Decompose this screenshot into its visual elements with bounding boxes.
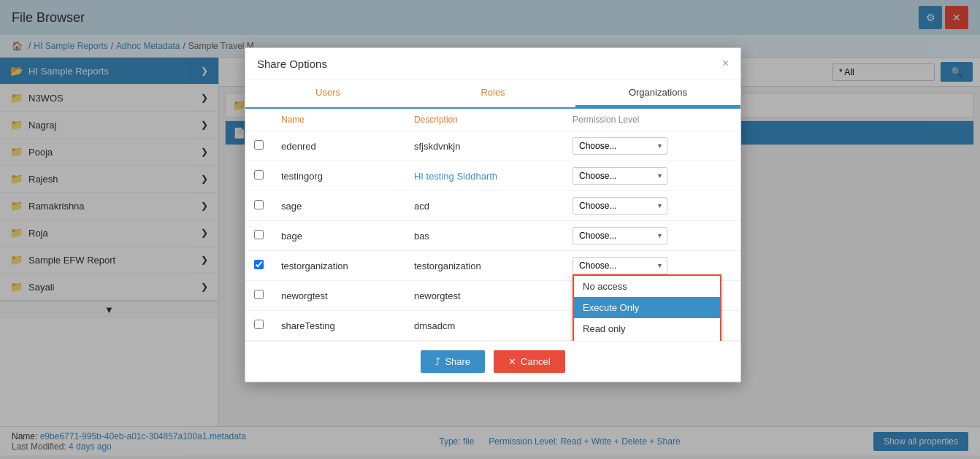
col-checkbox [245,109,272,131]
org-name: testorganization [272,251,405,281]
permission-dropdown-open: Choose... No access Execute Only Read on… [573,257,732,274]
permission-select-wrapper: Choose... No access Execute Only Read on… [573,197,667,215]
permission-select-wrapper: Choose... No access Execute Only Read on… [573,257,667,274]
row-checkbox[interactable] [254,170,264,180]
dropdown-option-no-access[interactable]: No access [574,276,720,297]
org-name: shareTesting [272,311,405,341]
col-permission: Permission Level [564,109,740,131]
dropdown-option-read-write[interactable]: Read + Write [574,339,720,341]
permission-select-testorg[interactable]: Choose... No access Execute Only Read on… [573,257,667,274]
share-button[interactable]: ⤴ Share [421,350,485,373]
organizations-table: Name Description Permission Level edenre… [245,109,740,341]
permission-select[interactable]: Choose... No access Execute Only Read on… [573,227,667,244]
dropdown-option-read-only[interactable]: Read only [574,318,720,339]
table-row-testorganization: testorganization testorganization Choose… [245,251,740,281]
org-name: neworgtest [272,281,405,311]
tab-roles[interactable]: Roles [410,80,575,107]
organizations-table-wrap: Name Description Permission Level edenre… [245,109,740,341]
permission-dropdown-menu: No access Execute Only Read only Read + … [573,274,721,341]
modal-header: Share Options × [245,48,740,80]
table-row: edenred sfjskdvnkjn Choose... No access … [245,131,740,161]
table-body: edenred sfjskdvnkjn Choose... No access … [245,131,740,341]
org-description: testorganization [405,251,564,281]
org-description: acd [405,191,564,221]
permission-select-wrapper: Choose... No access Execute Only Read on… [573,137,667,155]
permission-select[interactable]: Choose... No access Execute Only Read on… [573,137,667,155]
org-description: bas [405,221,564,251]
row-checkbox[interactable] [254,290,264,299]
modal-tabs: Users Roles Organizations [245,80,740,109]
cancel-button[interactable]: ✕ Cancel [494,350,564,373]
org-name: testingorg [272,161,405,191]
col-description: Description [405,109,564,131]
tab-users[interactable]: Users [245,80,410,107]
permission-select[interactable]: Choose... No access Execute Only Read on… [573,167,667,185]
dropdown-option-execute-only[interactable]: Execute Only [574,297,720,318]
share-icon: ⤴ [435,356,440,367]
org-description: sfjskdvnkjn [405,131,564,161]
permission-select-wrapper: Choose... No access Execute Only Read on… [573,227,667,244]
row-checkbox[interactable] [254,230,264,239]
modal-close-button[interactable]: × [722,57,729,70]
modal-footer: ⤴ Share ✕ Cancel [245,341,740,382]
permission-select[interactable]: Choose... No access Execute Only Read on… [573,197,667,215]
org-name: edenred [272,131,405,161]
table-row: testingorg HI testing Siddharth Choose..… [245,161,740,191]
table-row: sage acd Choose... No access Execute Onl… [245,191,740,221]
row-checkbox[interactable] [254,320,264,329]
table-row: bage bas Choose... No access Execute Onl… [245,221,740,251]
row-checkbox[interactable] [254,260,264,269]
org-description: neworgtest [405,281,564,311]
org-name: sage [272,191,405,221]
org-description: HI testing Siddharth [405,161,564,191]
row-checkbox[interactable] [254,140,264,150]
col-name: Name [272,109,405,131]
modal-title: Share Options [257,58,327,70]
cancel-icon: ✕ [508,356,516,367]
row-checkbox[interactable] [254,200,264,209]
table-header: Name Description Permission Level [245,109,740,131]
tab-organizations[interactable]: Organizations [575,80,740,107]
org-name: bage [272,221,405,251]
share-options-modal: Share Options × Users Roles Organization… [245,47,741,382]
permission-select-wrapper: Choose... No access Execute Only Read on… [573,167,667,185]
org-description: dmsadcm [405,311,564,341]
